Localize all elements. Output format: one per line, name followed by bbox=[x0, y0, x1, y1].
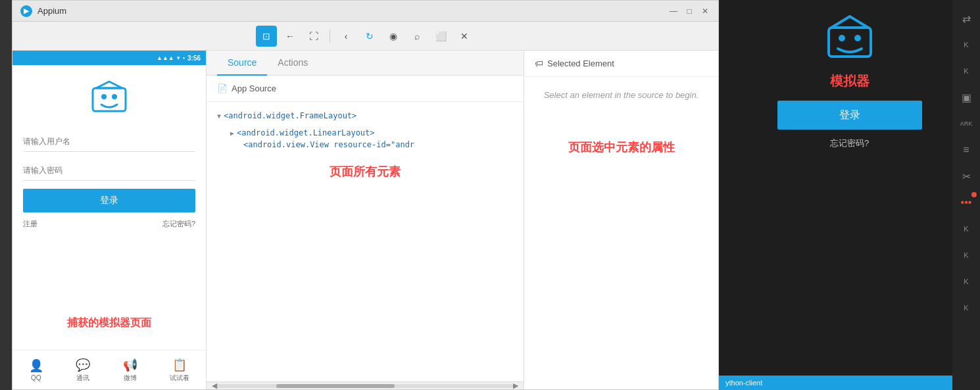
tab-messaging: 💬 通讯 bbox=[76, 358, 90, 383]
selected-element-panel: 🏷 Selected Element Select an element in … bbox=[524, 51, 718, 389]
source-annotation: 页面所有元素 bbox=[217, 151, 513, 193]
tab-qq: 👤 QQ bbox=[29, 358, 43, 381]
weibo-icon: 📢 bbox=[123, 358, 137, 372]
register-link[interactable]: 注册 bbox=[23, 219, 37, 229]
source-header-text: App Source bbox=[232, 84, 276, 93]
source-content: 📄 App Source ▼ <android.widget.FrameLayo… bbox=[207, 76, 524, 389]
simulator-label: 模拟器 bbox=[830, 72, 870, 90]
refresh-button[interactable]: ↻ bbox=[359, 26, 380, 47]
selected-header: 🏷 Selected Element bbox=[524, 51, 718, 77]
side-icon-wrapper-1: ⇄ bbox=[954, 7, 978, 30]
messaging-label: 通讯 bbox=[76, 374, 89, 383]
zoom-button[interactable]: ⌕ bbox=[406, 26, 428, 47]
phone-links: 注册 忘记密码? bbox=[23, 219, 195, 229]
scrollbar-thumb bbox=[276, 384, 395, 388]
close-tool-button[interactable]: ✕ bbox=[454, 26, 475, 47]
copy-button[interactable]: ⬜ bbox=[430, 26, 451, 47]
side-icon-cut[interactable]: ✂ bbox=[954, 164, 978, 188]
phone-panel: ▲▲▲ ▾ ▪ 3:56 登录 bbox=[12, 51, 207, 389]
status-time: 3:56 bbox=[187, 55, 201, 62]
svg-marker-1 bbox=[96, 82, 122, 88]
source-tree: ▼ <android.widget.FrameLayout> ▶ <androi… bbox=[207, 102, 524, 381]
password-input[interactable] bbox=[23, 160, 195, 181]
fullscreen-button[interactable]: ⛶ bbox=[303, 26, 324, 47]
window-title: Appium bbox=[37, 6, 66, 16]
app-logo-icon bbox=[89, 78, 129, 118]
username-input[interactable] bbox=[23, 131, 195, 152]
left-sidebar bbox=[0, 0, 12, 390]
tree-child-linearlayout: ▶ <android.widget.LinearLayout> bbox=[230, 127, 513, 139]
tab-source[interactable]: Source bbox=[217, 51, 267, 76]
tree-toggle-1[interactable]: ▶ bbox=[230, 130, 234, 137]
phone-screen: ▲▲▲ ▾ ▪ 3:56 登录 bbox=[12, 51, 206, 389]
vscode-activity-bar: ⇄ K K ▣ ARK ≡ ✂ ••• K K K K bbox=[952, 0, 980, 390]
right-login-button[interactable]: 登录 bbox=[777, 101, 922, 130]
window-titlebar: ▶ Appium — □ ✕ bbox=[12, 1, 718, 22]
forgot-link[interactable]: 忘记密码? bbox=[162, 219, 195, 229]
selected-hint: Select an element in the source to begin… bbox=[544, 90, 699, 100]
phone-statusbar: ▲▲▲ ▾ ▪ 3:56 bbox=[12, 51, 206, 65]
side-icon-k4[interactable]: K bbox=[954, 243, 978, 267]
tree-grandchild-view: <android.view.View resource-id="andr bbox=[243, 139, 513, 151]
tab-weibo: 📢 微博 bbox=[123, 358, 137, 383]
side-icon-k5[interactable]: K bbox=[954, 270, 978, 293]
side-icon-monitor[interactable]: ▣ bbox=[954, 85, 978, 109]
minimize-button[interactable]: — bbox=[668, 6, 679, 16]
side-icon-k3[interactable]: K bbox=[954, 217, 978, 241]
svg-marker-5 bbox=[831, 16, 868, 28]
weibo-label: 微博 bbox=[124, 374, 137, 383]
test-label: 试试看 bbox=[170, 374, 189, 383]
appium-window: ▶ Appium — □ ✕ ⊡ ← ⛶ ‹ ↻ ◉ ⌕ ⬜ ✕ ▲▲▲ ▾ ▪ bbox=[12, 0, 719, 390]
svg-point-7 bbox=[854, 35, 861, 41]
battery-icon: ▪ bbox=[183, 55, 185, 61]
phone-login-button[interactable]: 登录 bbox=[23, 189, 195, 212]
main-content: ▲▲▲ ▾ ▪ 3:56 登录 bbox=[12, 51, 718, 389]
back-button[interactable]: ← bbox=[280, 26, 301, 47]
bottom-bar: ython-client bbox=[719, 376, 952, 390]
tree-tag-1[interactable]: <android.widget.LinearLayout> bbox=[237, 128, 375, 137]
right-top: 模拟器 登录 忘记密码? bbox=[719, 0, 980, 162]
prev-button[interactable]: ‹ bbox=[335, 26, 356, 47]
side-icon-menu[interactable]: ≡ bbox=[954, 138, 978, 162]
tree-row-1: ▶ <android.widget.LinearLayout> bbox=[230, 127, 513, 139]
tree-toggle-0[interactable]: ▼ bbox=[217, 112, 221, 120]
side-icon-k1[interactable]: K bbox=[954, 33, 978, 57]
notification-badge bbox=[971, 192, 977, 197]
right-panel: 模拟器 登录 忘记密码? ⇄ K K ▣ ARK ≡ ✂ ••• K K K K… bbox=[719, 0, 980, 390]
source-scrollbar: ◀ ▶ bbox=[207, 381, 524, 389]
phone-body: 登录 注册 忘记密码? 捕获的模拟器页面 bbox=[12, 65, 206, 350]
qq-label: QQ bbox=[31, 374, 41, 381]
tree-tag-2[interactable]: <android.view.View resource-id="andr bbox=[243, 140, 414, 149]
close-button[interactable]: ✕ bbox=[700, 6, 710, 16]
svg-point-3 bbox=[112, 94, 117, 99]
side-icon-1[interactable]: ⇄ bbox=[954, 7, 978, 30]
tree-row-2: <android.view.View resource-id="andr bbox=[243, 139, 513, 151]
phone-annotation: 捕获的模拟器页面 bbox=[67, 316, 151, 330]
tab-test: 📋 试试看 bbox=[170, 358, 189, 383]
side-icon-ark[interactable]: ARK bbox=[954, 112, 978, 135]
source-tabs: Source Actions bbox=[207, 51, 524, 76]
tag-icon: 🏷 bbox=[535, 59, 543, 68]
selected-annotation: 页面选中元素的属性 bbox=[568, 139, 675, 155]
scrollbar-track[interactable] bbox=[217, 384, 513, 388]
maximize-button[interactable]: □ bbox=[684, 6, 695, 16]
tree-tag-0[interactable]: <android.widget.FrameLayout> bbox=[224, 111, 356, 120]
messaging-icon: 💬 bbox=[76, 358, 90, 372]
phone-tabbar: 👤 QQ 💬 通讯 📢 微博 📋 试试看 bbox=[12, 350, 206, 389]
eye-button[interactable]: ◉ bbox=[383, 26, 404, 47]
forgot-password-link[interactable]: 忘记密码? bbox=[830, 137, 869, 149]
select-tool-button[interactable]: ⊡ bbox=[256, 26, 277, 47]
source-panel: Source Actions 📄 App Source ▼ <android.w… bbox=[207, 51, 524, 389]
toolbar-separator-1 bbox=[330, 30, 330, 43]
test-icon: 📋 bbox=[172, 358, 187, 372]
side-icon-k6[interactable]: K bbox=[954, 296, 978, 320]
qq-icon: 👤 bbox=[29, 358, 43, 373]
tab-actions[interactable]: Actions bbox=[267, 51, 318, 76]
window-controls: — □ ✕ bbox=[668, 6, 710, 16]
appium-logo: ▶ bbox=[20, 5, 32, 17]
svg-point-6 bbox=[839, 35, 845, 41]
wifi-icon: ▾ bbox=[177, 55, 180, 61]
toolbar: ⊡ ← ⛶ ‹ ↻ ◉ ⌕ ⬜ ✕ bbox=[12, 22, 718, 51]
source-header: 📄 App Source bbox=[207, 76, 524, 102]
side-icon-k2[interactable]: K bbox=[954, 59, 978, 83]
